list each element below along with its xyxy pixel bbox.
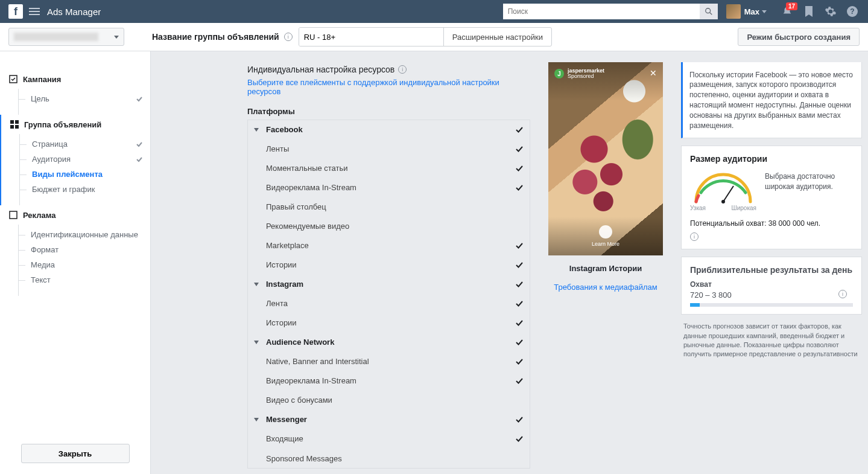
nav-item-ad-2[interactable]: Медиа <box>19 257 150 272</box>
potential-reach: Потенциальный охват: 38 000 000 чел. <box>690 219 853 229</box>
nav-item-goal[interactable]: Цель <box>19 91 150 106</box>
nav-item-adset-1[interactable]: Аудитория <box>20 152 150 167</box>
check-icon <box>136 156 143 163</box>
nav-group-adset: Группа объявлений СтраницаАудиторияВиды … <box>0 115 150 205</box>
nav-item-adset-2[interactable]: Виды плейсмента <box>20 167 150 182</box>
chevron-down-icon <box>254 418 259 421</box>
notifications-button[interactable]: 17 <box>781 5 794 18</box>
placement-item[interactable]: Истории <box>248 255 530 275</box>
adset-icon <box>10 120 19 129</box>
svg-rect-8 <box>15 125 19 129</box>
svg-rect-6 <box>15 120 19 124</box>
ad-icon <box>8 210 18 220</box>
placement-item[interactable]: Истории <box>248 313 530 333</box>
preview-caption: Instagram Истории <box>536 264 675 273</box>
avatar[interactable] <box>726 4 741 19</box>
placement-group-label: Audience Network <box>266 338 515 347</box>
placement-item-label: Видеореклама In-Stream <box>266 183 515 192</box>
nav-item-label: Бюджет и график <box>32 185 95 194</box>
chevron-down-icon <box>254 128 259 132</box>
placement-group-label: Messenger <box>266 415 515 424</box>
ad-preview: J jaspersmarket Sponsored ✕ Learn More <box>548 62 663 255</box>
svg-line-10 <box>723 186 733 202</box>
placement-item[interactable]: Sponsored Messages <box>248 449 530 468</box>
placement-item[interactable]: Видеореклама In-Stream <box>248 371 530 391</box>
user-name[interactable]: Max <box>744 7 759 16</box>
placement-item-label: Native, Banner and Interstitial <box>266 357 515 366</box>
placement-item[interactable]: Рекомендуемые видео <box>248 217 530 236</box>
search-button[interactable] <box>700 4 718 19</box>
placement-item[interactable]: Правый столбец <box>248 197 530 217</box>
hamburger-icon[interactable] <box>29 8 40 15</box>
close-icon[interactable]: ✕ <box>650 68 657 78</box>
adset-name-wrap: Расширенные настройки <box>299 27 552 46</box>
info-icon[interactable]: i <box>398 65 407 74</box>
placement-group-3[interactable]: Messenger <box>248 410 530 429</box>
settings-button[interactable] <box>824 5 837 18</box>
nav-item-label: Текст <box>31 275 51 284</box>
checkmark-icon <box>515 319 524 327</box>
info-icon[interactable]: i <box>690 232 699 241</box>
nav-head-campaign[interactable]: Кампания <box>0 69 150 89</box>
placement-item[interactable]: Native, Banner and Interstitial <box>248 352 530 371</box>
nav-item-adset-0[interactable]: Страница <box>20 136 150 152</box>
user-menu-caret-icon[interactable] <box>762 10 767 13</box>
nav-item-label: Медиа <box>31 260 55 269</box>
facebook-logo-icon[interactable]: f <box>8 4 23 19</box>
preview-cta-label: Learn More <box>592 241 619 247</box>
placement-item-label: Ленты <box>266 144 515 153</box>
placement-item-label: Marketplace <box>266 241 515 250</box>
estimated-results-card: Приблизительные результаты за день Охват… <box>681 257 862 315</box>
placement-group-2[interactable]: Audience Network <box>248 333 530 352</box>
media-requirements-link[interactable]: Требования к медиафайлам <box>536 283 675 292</box>
checkmark-icon <box>515 184 524 192</box>
nav-head-campaign-label: Кампания <box>23 75 61 84</box>
checkmark-icon <box>515 126 524 134</box>
checkmark-icon <box>515 164 524 173</box>
sub-header: Название группы объявлений i Расширенные… <box>0 23 868 51</box>
account-name-blurred <box>14 33 98 41</box>
nav-item-ad-1[interactable]: Формат <box>19 242 150 257</box>
placement-item[interactable]: Видеореклама In-Stream <box>248 178 530 197</box>
advanced-settings-link[interactable]: Расширенные настройки <box>443 28 551 46</box>
nav-item-ad-0[interactable]: Идентификационные данные <box>19 227 150 242</box>
est-progress-bar <box>690 303 853 307</box>
nav-head-adset[interactable]: Группа объявлений <box>1 115 150 134</box>
quick-create-button[interactable]: Режим быстрого создания <box>738 28 860 46</box>
close-button[interactable]: Закрыть <box>21 444 130 463</box>
placement-item-label: Лента <box>266 299 515 308</box>
section-title: Индивидуальная настройка ресурсов i <box>247 65 530 74</box>
nav-group-ad: Реклама Идентификационные данныеФорматМе… <box>0 205 150 296</box>
placement-item[interactable]: Моментальные статьи <box>248 159 530 178</box>
nav-item-label: Идентификационные данные <box>31 230 138 239</box>
placement-group-1[interactable]: Instagram <box>248 275 530 294</box>
search-input[interactable] <box>503 4 700 19</box>
adset-name-input[interactable] <box>299 28 444 46</box>
audience-title: Размер аудитории <box>690 153 853 165</box>
svg-rect-7 <box>10 125 14 129</box>
info-card: Facebook Поскольку истории Facebook — эт… <box>681 62 862 138</box>
nav-head-ad[interactable]: Реклама <box>0 205 150 225</box>
placement-item[interactable]: Видео с бонусами <box>248 391 530 410</box>
placement-item[interactable]: Marketplace <box>248 236 530 255</box>
nav-head-adset-label: Группа объявлений <box>24 120 101 129</box>
checkmark-icon <box>515 145 524 153</box>
info-icon[interactable]: i <box>284 33 293 41</box>
account-selector[interactable] <box>8 28 124 46</box>
placement-item[interactable]: Ленты <box>248 139 530 159</box>
est-value: 720 – 3 800 <box>690 290 853 301</box>
preview-cta[interactable]: Learn More <box>592 225 619 247</box>
est-sub: Охват <box>690 280 853 290</box>
search-icon <box>705 7 713 16</box>
nav-item-ad-3[interactable]: Текст <box>19 272 150 287</box>
help-button[interactable]: ? <box>846 5 859 18</box>
placement-item[interactable]: Лента <box>248 294 530 313</box>
nav-item-adset-3[interactable]: Бюджет и график <box>20 182 150 197</box>
select-all-placements-link[interactable]: Выберите все плейсменты с поддержкой инд… <box>247 78 530 96</box>
placement-item[interactable]: Входящие <box>248 429 530 449</box>
campaign-icon <box>8 74 18 84</box>
bookmarks-button[interactable] <box>802 5 816 18</box>
checkmark-icon <box>515 415 524 424</box>
placement-group-0[interactable]: Facebook <box>248 120 530 139</box>
placement-group-label: Facebook <box>266 125 515 134</box>
